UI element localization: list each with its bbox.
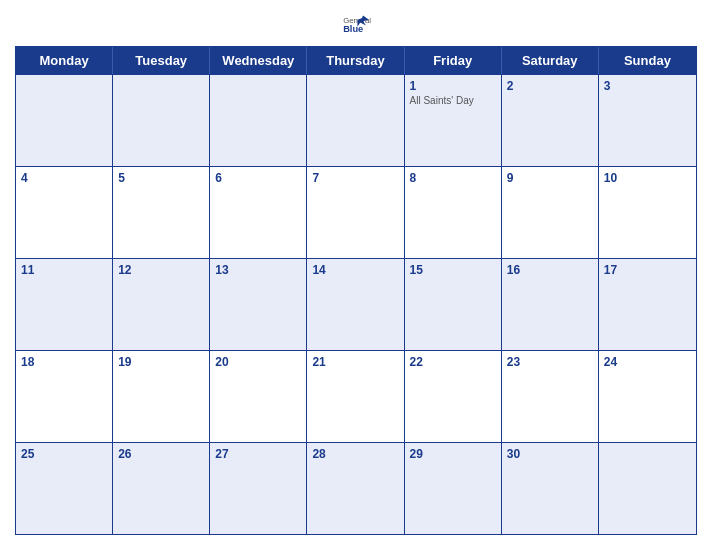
day-cell: 18 [16,351,113,442]
day-cell: 1All Saints' Day [405,75,502,166]
day-cell: 13 [210,259,307,350]
logo: General Blue [341,14,371,34]
day-number: 26 [118,447,131,461]
day-number: 8 [410,171,417,185]
calendar-header: General Blue [15,10,697,38]
day-cell: 17 [599,259,696,350]
day-number: 22 [410,355,423,369]
day-number: 15 [410,263,423,277]
day-number: 13 [215,263,228,277]
day-cell: 23 [502,351,599,442]
day-number: 10 [604,171,617,185]
day-cell: 22 [405,351,502,442]
day-number: 18 [21,355,34,369]
day-cell [599,443,696,534]
day-number: 24 [604,355,617,369]
day-number: 4 [21,171,28,185]
day-cell: 30 [502,443,599,534]
day-number: 12 [118,263,131,277]
day-cell: 28 [307,443,404,534]
day-cell: 19 [113,351,210,442]
svg-text:Blue: Blue [343,24,363,34]
day-header-monday: Monday [16,47,113,74]
day-header-tuesday: Tuesday [113,47,210,74]
day-cell: 6 [210,167,307,258]
day-cell: 5 [113,167,210,258]
calendar-grid: MondayTuesdayWednesdayThursdayFridaySatu… [15,46,697,535]
day-number: 25 [21,447,34,461]
week-row-1: 1All Saints' Day23 [16,74,696,166]
week-row-2: 45678910 [16,166,696,258]
day-header-saturday: Saturday [502,47,599,74]
day-cell: 29 [405,443,502,534]
day-number: 1 [410,79,417,93]
day-number: 7 [312,171,319,185]
day-number: 2 [507,79,514,93]
day-cell [16,75,113,166]
week-row-4: 18192021222324 [16,350,696,442]
day-number: 29 [410,447,423,461]
day-cell [210,75,307,166]
weeks-container: 1All Saints' Day234567891011121314151617… [16,74,696,534]
day-number: 17 [604,263,617,277]
day-cell: 21 [307,351,404,442]
day-cell: 27 [210,443,307,534]
day-header-thursday: Thursday [307,47,404,74]
day-cell: 14 [307,259,404,350]
day-cell: 25 [16,443,113,534]
day-cell: 3 [599,75,696,166]
calendar-container: General Blue MondayTuesdayWednesdayThurs… [0,0,712,550]
day-number: 11 [21,263,34,277]
day-number: 14 [312,263,325,277]
day-cell: 7 [307,167,404,258]
day-cell: 12 [113,259,210,350]
day-number: 6 [215,171,222,185]
day-header-wednesday: Wednesday [210,47,307,74]
day-number: 3 [604,79,611,93]
day-cell: 4 [16,167,113,258]
day-cell: 2 [502,75,599,166]
day-event: All Saints' Day [410,95,496,106]
day-number: 5 [118,171,125,185]
day-number: 20 [215,355,228,369]
day-cell: 15 [405,259,502,350]
day-cell: 20 [210,351,307,442]
day-header-friday: Friday [405,47,502,74]
day-number: 30 [507,447,520,461]
day-cell [113,75,210,166]
day-headers-row: MondayTuesdayWednesdayThursdayFridaySatu… [16,47,696,74]
day-cell: 9 [502,167,599,258]
day-header-sunday: Sunday [599,47,696,74]
logo-bird-icon: General Blue [341,14,371,34]
day-number: 28 [312,447,325,461]
day-cell: 26 [113,443,210,534]
day-number: 19 [118,355,131,369]
day-number: 21 [312,355,325,369]
day-cell: 10 [599,167,696,258]
day-cell: 16 [502,259,599,350]
day-number: 16 [507,263,520,277]
week-row-3: 11121314151617 [16,258,696,350]
day-cell: 11 [16,259,113,350]
day-cell: 24 [599,351,696,442]
week-row-5: 252627282930 [16,442,696,534]
day-cell [307,75,404,166]
day-number: 9 [507,171,514,185]
day-cell: 8 [405,167,502,258]
day-number: 27 [215,447,228,461]
day-number: 23 [507,355,520,369]
